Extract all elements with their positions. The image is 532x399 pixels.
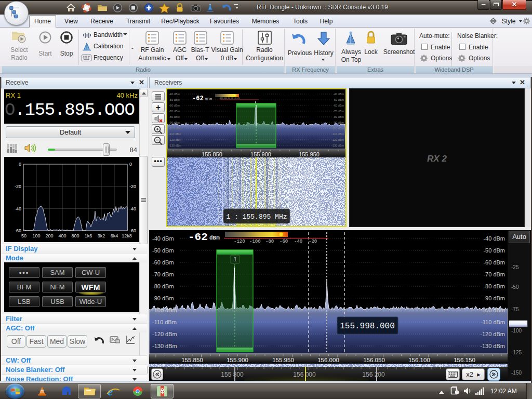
svg-text:-50 dBm: -50 dBm: [152, 247, 174, 254]
svg-text:-90 dBm: -90 dBm: [483, 295, 505, 301]
svg-text:dBm: dBm: [205, 97, 212, 101]
svg-text:155.950: 155.950: [299, 151, 320, 157]
svg-text:-100 dBm: -100 dBm: [331, 127, 344, 130]
svg-text:-70 dBm: -70 dBm: [169, 110, 180, 113]
svg-text:-60: -60: [280, 239, 288, 244]
svg-text:-40 dBm: -40 dBm: [152, 235, 174, 242]
svg-text:-20: -20: [309, 239, 317, 244]
svg-text:155.850: 155.850: [181, 357, 203, 363]
svg-text:-40 dBm: -40 dBm: [483, 235, 505, 242]
svg-text:1: 1: [233, 256, 236, 262]
svg-text:3k2: 3k2: [98, 233, 105, 238]
svg-text:-110 dBm: -110 dBm: [152, 319, 177, 325]
svg-text:-50 dBm: -50 dBm: [483, 247, 505, 254]
svg-text:-20: -20: [15, 184, 21, 189]
svg-text:200: 200: [45, 233, 53, 238]
svg-text:156.150: 156.150: [454, 357, 475, 363]
svg-text:-90 dBm: -90 dBm: [333, 121, 344, 124]
svg-text:-100 dBm: -100 dBm: [169, 127, 181, 130]
svg-text:-60 dBm: -60 dBm: [169, 104, 180, 107]
svg-text:0: 0: [129, 162, 132, 167]
svg-text:-60: -60: [129, 228, 136, 233]
svg-text:-100 dBm: -100 dBm: [152, 307, 177, 313]
svg-text:-80 dBm: -80 dBm: [483, 283, 505, 289]
svg-text:-120: -120: [234, 239, 245, 244]
svg-text:-62: -62: [192, 95, 204, 102]
svg-text:155.998.000: 155.998.000: [340, 322, 395, 331]
svg-text:-60 dBm: -60 dBm: [152, 259, 174, 265]
svg-text:50: 50: [21, 233, 26, 238]
svg-text:1k6: 1k6: [85, 233, 92, 238]
svg-text:-110 dBm: -110 dBm: [169, 132, 181, 136]
svg-text:-120 dBm: -120 dBm: [480, 331, 505, 337]
svg-text:-50 dBm: -50 dBm: [333, 98, 344, 101]
svg-text:-110 dBm: -110 dBm: [332, 132, 344, 136]
svg-text:-20: -20: [129, 184, 136, 189]
svg-text:400: 400: [58, 233, 66, 238]
svg-text:155.950: 155.950: [272, 357, 294, 363]
svg-text:-80 dBm: -80 dBm: [169, 115, 180, 118]
svg-text:-130 dBm: -130 dBm: [152, 343, 177, 349]
svg-text:-70 dBm: -70 dBm: [483, 271, 505, 277]
svg-text:0: 0: [19, 162, 21, 167]
svg-text:-40: -40: [294, 239, 302, 244]
svg-text:800: 800: [71, 233, 79, 238]
svg-text:-80 dBm: -80 dBm: [152, 283, 174, 289]
svg-text:1 : 155.895 MHz: 1 : 155.895 MHz: [226, 213, 287, 221]
svg-text:-130 dBm: -130 dBm: [331, 144, 344, 147]
svg-text:156.000: 156.000: [317, 357, 339, 363]
svg-text:155.850: 155.850: [202, 151, 222, 157]
svg-text:-120 dBm: -120 dBm: [152, 331, 177, 337]
svg-text:-80 dBm: -80 dBm: [333, 115, 344, 118]
svg-text:6k4: 6k4: [111, 233, 118, 238]
svg-text:-120 dBm: -120 dBm: [169, 138, 181, 141]
svg-text:156.100: 156.100: [408, 357, 430, 363]
svg-text:12k8: 12k8: [122, 233, 132, 238]
svg-text:dBm: dBm: [209, 235, 220, 241]
svg-text:156 000: 156 000: [293, 371, 316, 378]
svg-text:-120 -100 -80 -60 -40 -20: -120 -100 -80 -60 -40 -20: [219, 97, 240, 99]
svg-text:-62: -62: [188, 231, 208, 243]
svg-text:-100 dBm: -100 dBm: [480, 307, 505, 313]
svg-text:155.900: 155.900: [250, 151, 271, 157]
svg-text:-90 dBm: -90 dBm: [152, 295, 174, 301]
svg-text:-40 dBm: -40 dBm: [333, 92, 344, 96]
svg-text:-60 dBm: -60 dBm: [483, 259, 505, 265]
svg-text:-60 dBm: -60 dBm: [333, 104, 344, 107]
svg-text:-130 dBm: -130 dBm: [169, 144, 181, 147]
svg-text:-40: -40: [15, 206, 21, 211]
svg-text:-60: -60: [15, 228, 21, 233]
svg-text:100: 100: [32, 233, 40, 238]
svg-text:-100: -100: [249, 239, 261, 244]
svg-text:155 800: 155 800: [221, 371, 244, 378]
svg-text:-120 dBm: -120 dBm: [331, 138, 344, 141]
svg-text:-40 dBm: -40 dBm: [169, 92, 180, 96]
svg-text:156.050: 156.050: [363, 357, 385, 363]
svg-text:-70 dBm: -70 dBm: [152, 271, 174, 277]
svg-text:-70 dBm: -70 dBm: [333, 110, 344, 113]
svg-text:156 200: 156 200: [362, 371, 385, 378]
svg-text:-130 dBm: -130 dBm: [480, 343, 505, 349]
svg-text:-80: -80: [265, 239, 274, 244]
svg-text:-110 dBm: -110 dBm: [481, 319, 505, 325]
svg-text:-50 dBm: -50 dBm: [169, 98, 180, 101]
svg-text:-40: -40: [129, 206, 136, 211]
svg-text:155.900: 155.900: [227, 357, 248, 363]
svg-text:-90 dBm: -90 dBm: [169, 121, 180, 124]
